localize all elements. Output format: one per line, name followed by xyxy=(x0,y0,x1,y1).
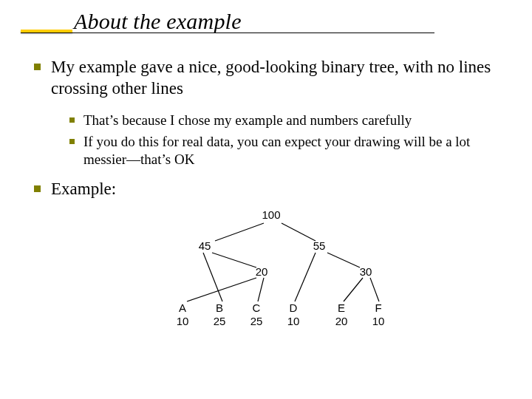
leaf-label-D: D xyxy=(290,301,298,314)
node-mid-right: 55 xyxy=(313,239,326,252)
square-bullet-icon xyxy=(69,117,75,123)
bullet-text: Example: xyxy=(51,178,116,200)
leaf-value-B: 25 xyxy=(214,315,226,327)
leaf-label-A: A xyxy=(179,301,186,314)
leaf-label-C: C xyxy=(253,301,261,314)
bullet-text: My example gave a nice, good-looking bin… xyxy=(51,56,508,100)
slide-content: My example gave a nice, good-looking bin… xyxy=(0,34,532,340)
node-mid-center: 20 xyxy=(256,265,268,278)
square-bullet-icon xyxy=(34,185,41,192)
bullet-text: That’s because I chose my example and nu… xyxy=(83,112,412,130)
leaf-value-E: 20 xyxy=(335,315,348,327)
edge xyxy=(327,253,360,267)
square-bullet-icon xyxy=(34,64,41,70)
square-bullet-icon xyxy=(69,139,75,144)
edge xyxy=(258,278,264,301)
edge xyxy=(370,278,379,301)
leaf-value-A: 10 xyxy=(177,315,189,327)
leaf-label-F: F xyxy=(375,301,381,314)
node-mid-far-right: 30 xyxy=(360,265,372,278)
leaf-value-F: 10 xyxy=(372,315,385,327)
bullet-level1: Example: xyxy=(34,178,508,200)
tree-diagram-container: 100 45 55 20 30 A B C D E F 10 25 25 10 … xyxy=(34,207,508,340)
slide-title: About the example xyxy=(21,9,532,34)
leaf-value-D: 10 xyxy=(287,315,300,327)
edge xyxy=(282,223,316,241)
bullet-text: If you do this for real data, you can ex… xyxy=(83,133,508,169)
title-underline xyxy=(21,33,434,33)
edge xyxy=(187,278,256,301)
edge xyxy=(212,253,256,267)
tree-diagram: 100 45 55 20 30 A B C D E F 10 25 25 10 … xyxy=(138,207,404,340)
sub-bullet-list: That’s because I chose my example and nu… xyxy=(34,107,508,178)
bullet-level2: That’s because I chose my example and nu… xyxy=(69,112,508,130)
edge xyxy=(215,223,264,241)
bullet-level1: My example gave a nice, good-looking bin… xyxy=(34,56,508,100)
leaf-value-C: 25 xyxy=(250,315,263,327)
leaf-label-E: E xyxy=(338,301,345,314)
edge xyxy=(295,253,316,301)
node-root: 100 xyxy=(262,208,280,221)
edge xyxy=(203,253,222,301)
node-mid-left: 45 xyxy=(199,239,211,252)
leaf-label-B: B xyxy=(216,301,223,314)
edge xyxy=(344,278,363,301)
bullet-level2: If you do this for real data, you can ex… xyxy=(69,133,508,169)
